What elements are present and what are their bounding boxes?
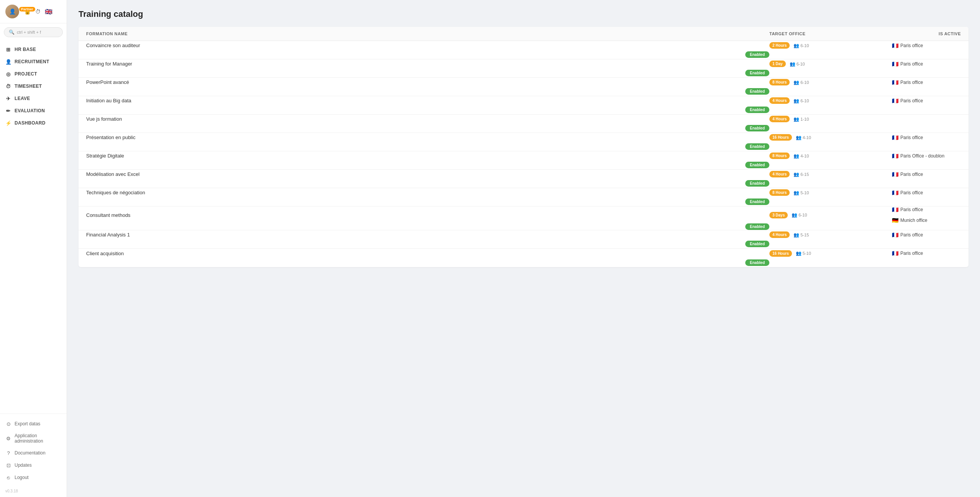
util-app-admin[interactable]: ⚙ Application administration — [0, 430, 67, 447]
row-office: 🇫🇷Paris office — [892, 190, 961, 196]
table-row[interactable]: Initiation au Big data4 Hours👥 6-10🇫🇷Par… — [79, 96, 969, 115]
row-office: 🇫🇷Paris office — [892, 250, 961, 256]
badge-enabled: Enabled — [745, 162, 769, 168]
table-row[interactable]: Training for Manager1 Day👥 6-10🇫🇷Paris o… — [79, 59, 969, 78]
badge-duration: 8 Hours — [769, 189, 790, 196]
office-item: 🇫🇷Paris office — [892, 61, 923, 67]
office-name: Paris office — [900, 232, 923, 238]
sidebar: 👤 Partner 🔒 ⏱ 🇬🇧 🔍 ctrl + shift + f ⊞ HR… — [0, 0, 67, 497]
row-name: Modélisation avec Excel — [86, 171, 769, 177]
sidebar-item-label: HR BASE — [15, 47, 36, 52]
row-status: Enabled — [86, 51, 769, 58]
table-row[interactable]: Modélisation avec Excel4 Hours👥 6-15🇫🇷Pa… — [79, 170, 969, 188]
row-meta: 8 Hours👥 4-10 — [769, 153, 892, 159]
row-meta: 8 Hours👥 5-10 — [769, 189, 892, 196]
sidebar-nav: ⊞ HR BASE 👤 RECRUITMENT ◎ PROJECT ⏱ TIME… — [0, 41, 67, 411]
row-status: Enabled — [86, 223, 769, 230]
project-icon: ◎ — [5, 71, 11, 77]
row-name: Techniques de négociation — [86, 190, 769, 195]
util-documentation[interactable]: ? Documentation — [0, 447, 67, 459]
office-flag: 🇫🇷 — [892, 153, 898, 159]
badge-group: 👥 6-15 — [793, 172, 809, 177]
sidebar-item-project[interactable]: ◎ PROJECT — [0, 68, 67, 80]
office-item: 🇫🇷Paris office — [892, 43, 923, 49]
row-name: PowerPoint avancé — [86, 79, 769, 85]
flag-uk-icon[interactable]: 🇬🇧 — [44, 7, 53, 16]
row-name: Présentation en public — [86, 135, 769, 140]
table-row[interactable]: Consultant methods3 Days👥 6-10🇫🇷Paris of… — [79, 207, 969, 230]
office-name: Paris office — [900, 190, 923, 195]
sidebar-item-dashboard[interactable]: ⚡ DASHBOARD — [0, 117, 67, 129]
table-row[interactable]: Vue js formation4 Hours👥 1-10Enabled — [79, 115, 969, 133]
table-row[interactable]: PowerPoint avancé8 Hours👥 6-10🇫🇷Paris of… — [79, 78, 969, 96]
badge-group: 👥 5-10 — [796, 251, 811, 256]
row-status: Enabled — [86, 198, 769, 205]
badge-group: 👥 6-10 — [790, 61, 805, 67]
group-icon: 👥 — [793, 116, 799, 122]
util-label: Documentation — [15, 450, 46, 456]
group-icon: 👥 — [792, 212, 797, 218]
office-flag: 🇫🇷 — [892, 250, 898, 256]
table-row[interactable]: Techniques de négociation8 Hours👥 5-10🇫🇷… — [79, 188, 969, 207]
row-meta: 4 Hours👥 6-15 — [769, 171, 892, 177]
sidebar-header: 👤 Partner 🔒 ⏱ 🇬🇧 — [0, 0, 67, 23]
badge-duration: 4 Hours — [769, 231, 790, 238]
sidebar-item-hr-base[interactable]: ⊞ HR BASE — [0, 43, 67, 56]
search-bar[interactable]: 🔍 ctrl + shift + f — [4, 27, 63, 37]
util-logout[interactable]: ⎋ Logout — [0, 471, 67, 484]
sidebar-item-evaluation[interactable]: ✏ EVALUATION — [0, 105, 67, 117]
badge-enabled: Enabled — [745, 143, 769, 150]
office-flag: 🇫🇷 — [892, 79, 898, 85]
sidebar-item-recruitment[interactable]: 👤 RECRUITMENT — [0, 56, 67, 68]
sidebar-item-label: TIMESHEET — [15, 84, 42, 89]
office-item: 🇫🇷Paris office — [892, 135, 923, 141]
catalog-table: FORMATION NAME TARGET OFFICE IS ACTIVE C… — [79, 27, 969, 267]
row-meta: 2 Hours👥 6-10 — [769, 42, 892, 49]
table-row[interactable]: Stratégie Digitale8 Hours👥 4-10🇫🇷Paris O… — [79, 151, 969, 170]
table-row[interactable]: Client acquisition16 Hours👥 5-10🇫🇷Paris … — [79, 249, 969, 267]
export-icon: ⊙ — [5, 421, 11, 427]
group-icon: 👥 — [793, 98, 799, 103]
main-content: Training catalog FORMATION NAME TARGET O… — [67, 0, 980, 497]
row-office: 🇫🇷Paris office — [892, 135, 961, 141]
row-name: Vue js formation — [86, 116, 769, 122]
sidebar-item-timesheet[interactable]: ⏱ TIMESHEET — [0, 80, 67, 92]
office-item: 🇫🇷Paris office — [892, 250, 923, 256]
row-meta: 16 Hours👥 4-10 — [769, 134, 892, 141]
table-row[interactable]: Présentation en public16 Hours👥 4-10🇫🇷Pa… — [79, 133, 969, 151]
util-export-datas[interactable]: ⊙ Export datas — [0, 418, 67, 430]
table-row[interactable]: Financial Analysis 14 Hours👥 5-15🇫🇷Paris… — [79, 230, 969, 249]
office-flag: 🇫🇷 — [892, 98, 898, 104]
row-office: 🇫🇷Paris office — [892, 98, 961, 104]
row-office: 🇫🇷Paris office — [892, 232, 961, 238]
row-name: Training for Manager — [86, 61, 769, 67]
office-name: Munich office — [900, 218, 927, 223]
sidebar-item-label: DASHBOARD — [15, 120, 46, 126]
group-icon: 👥 — [793, 153, 799, 159]
row-name: Convaincre son auditeur — [86, 43, 769, 48]
row-name: Consultant methods — [86, 212, 769, 218]
group-icon: 👥 — [793, 232, 799, 238]
row-status: Enabled — [86, 259, 769, 266]
badge-group: 👥 1-10 — [793, 116, 809, 122]
recruitment-icon: 👤 — [5, 59, 11, 65]
row-status: Enabled — [86, 162, 769, 168]
sidebar-item-leave[interactable]: ✈ LEAVE — [0, 92, 67, 105]
row-meta: 16 Hours👥 5-10 — [769, 250, 892, 257]
util-label: Application administration — [15, 433, 61, 444]
badge-duration: 8 Hours — [769, 153, 790, 159]
group-icon: 👥 — [796, 251, 802, 256]
badge-group: 👥 6-10 — [793, 98, 809, 103]
util-updates[interactable]: ⊡ Updates — [0, 459, 67, 471]
page-title: Training catalog — [79, 9, 969, 19]
table-row[interactable]: Convaincre son auditeur2 Hours👥 6-10🇫🇷Pa… — [79, 41, 969, 59]
logout-icon: ⎋ — [5, 474, 11, 481]
office-name: Paris office — [900, 207, 923, 212]
group-icon: 👥 — [793, 190, 799, 195]
office-name: Paris office — [900, 80, 923, 85]
row-office: 🇫🇷Paris Office - doublon — [892, 153, 961, 159]
badge-group: 👥 4-10 — [793, 153, 809, 159]
badge-group: 👥 5-10 — [793, 190, 809, 195]
badge-enabled: Enabled — [745, 70, 769, 76]
util-label: Updates — [15, 463, 32, 468]
